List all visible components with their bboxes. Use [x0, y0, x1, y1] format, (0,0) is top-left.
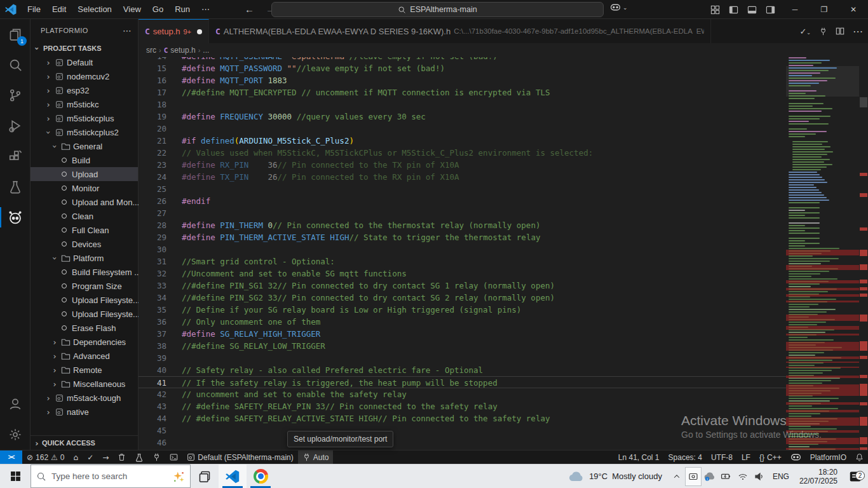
- toggle-sidebar-icon[interactable]: [729, 5, 738, 15]
- remote-indicator[interactable]: ><: [0, 451, 22, 464]
- task-view-button[interactable]: [191, 464, 219, 488]
- tree-item-upload-filesyste-[interactable]: Upload Filesyste...: [31, 307, 138, 321]
- tree-item-full-clean[interactable]: Full Clean: [31, 223, 138, 237]
- chevron-down-icon[interactable]: ›: [50, 141, 60, 151]
- tree-item-build-filesystem-[interactable]: Build Filesystem ...: [31, 265, 138, 279]
- breadcrumb-more[interactable]: ...: [203, 46, 209, 55]
- chevron-right-icon[interactable]: ›: [43, 86, 53, 95]
- search-view-icon[interactable]: [0, 50, 31, 80]
- pio-clean-button[interactable]: [113, 451, 130, 464]
- notification-center[interactable]: 2: [843, 470, 868, 484]
- chevron-right-icon[interactable]: ›: [50, 365, 60, 375]
- clock[interactable]: 18:20 22/07/2025: [794, 468, 843, 485]
- account-icon[interactable]: [0, 389, 31, 419]
- code-line-17[interactable]: 17//#define MQTT_ENCRYPTED // uncomment …: [139, 86, 786, 98]
- tree-item-general[interactable]: ›General: [31, 139, 138, 153]
- menu-file[interactable]: File: [22, 3, 46, 17]
- code-line-15[interactable]: 15#define MQTT_PASSWORD ""//leave empty …: [139, 62, 786, 74]
- plug-icon[interactable]: [819, 27, 827, 36]
- tree-item-monitor[interactable]: Monitor: [31, 181, 138, 195]
- pio-home-button[interactable]: ⌂: [69, 451, 83, 464]
- tree-item-program-size[interactable]: Program Size: [31, 279, 138, 293]
- code-line-33[interactable]: 33//#define PIN_SG1 32// Pin connected t…: [139, 280, 786, 292]
- chevron-right-icon[interactable]: ›: [43, 72, 53, 81]
- more-actions-icon[interactable]: ⋯: [853, 25, 863, 37]
- tab-altherma-h[interactable]: C ALTHERMA(EBLA-EDLA EWAA-EWYA D SERIES …: [209, 19, 711, 43]
- copilot-menu[interactable]: ⌄: [610, 2, 628, 13]
- code-line-32[interactable]: 32//Uncomment and set to enable SG mqtt …: [139, 268, 786, 280]
- breadcrumb[interactable]: src › C setup.h › ...: [139, 43, 868, 57]
- minimize-button[interactable]: ─: [780, 0, 810, 19]
- pio-terminal-button[interactable]: [165, 451, 182, 464]
- code-line-39[interactable]: 39: [139, 352, 786, 364]
- tray-volume[interactable]: [751, 471, 768, 482]
- code-line-18[interactable]: 18: [139, 98, 786, 111]
- breadcrumb-folder[interactable]: src: [146, 46, 156, 55]
- menu-edit[interactable]: Edit: [46, 3, 72, 17]
- customize-layout-icon[interactable]: [710, 5, 720, 15]
- pio-build-button[interactable]: ✓: [83, 451, 98, 464]
- breadcrumb-file[interactable]: setup.h: [170, 46, 195, 55]
- project-tasks-section[interactable]: › PROJECT TASKS: [31, 41, 138, 55]
- chevron-down-icon[interactable]: ›: [44, 127, 53, 137]
- code-line-43[interactable]: 43// #define SAFETY_RELAY_PIN 33// Pin c…: [139, 400, 786, 412]
- menu-run[interactable]: Run: [169, 3, 196, 17]
- chevron-right-icon[interactable]: ›: [50, 337, 60, 347]
- settings-gear-icon[interactable]: [0, 419, 31, 450]
- tree-item-erase-flash[interactable]: Erase Flash: [31, 321, 138, 335]
- tray-meet-now[interactable]: [685, 467, 702, 486]
- chevron-down-icon[interactable]: ›: [50, 253, 60, 263]
- tree-item-upload-filesyste-[interactable]: Upload Filesyste...: [31, 293, 138, 307]
- indentation[interactable]: Spaces: 4: [664, 451, 707, 464]
- overview-ruler[interactable]: [859, 57, 868, 450]
- toggle-panel-icon[interactable]: [747, 5, 757, 15]
- code-line-25[interactable]: 25: [139, 183, 786, 195]
- split-editor-icon[interactable]: [836, 27, 844, 36]
- tree-item-clean[interactable]: Clean: [31, 209, 138, 223]
- tree-item-m5stickcplus2[interactable]: ›m5stickcplus2: [31, 125, 138, 139]
- chevron-right-icon[interactable]: ›: [50, 351, 60, 361]
- code-line-27[interactable]: 27: [139, 207, 786, 219]
- run-debug-icon[interactable]: [0, 111, 31, 141]
- code-line-45[interactable]: 45: [139, 424, 786, 437]
- quick-access-section[interactable]: › QUICK ACCESS: [31, 435, 138, 450]
- pio-port-button[interactable]: Auto: [298, 451, 334, 464]
- code-line-34[interactable]: 34//#define PIN_SG2 33// Pin connected t…: [139, 292, 786, 304]
- language-indicator[interactable]: ENG: [768, 472, 794, 481]
- menu-view[interactable]: View: [118, 3, 147, 17]
- code-line-30[interactable]: 30: [139, 243, 786, 255]
- code-line-44[interactable]: 44// #define SAFETY_RELAY_ACTIVE_STATE H…: [139, 412, 786, 424]
- close-button[interactable]: ✕: [839, 0, 868, 19]
- code-line-29[interactable]: 29#define PIN_THERM_ACTIVE_STATE HIGH// …: [139, 231, 786, 243]
- tree-item-m5stack-tough[interactable]: ›m5stack-tough: [31, 391, 138, 405]
- chevron-right-icon[interactable]: ›: [43, 393, 53, 403]
- tray-chevron-up[interactable]: [668, 472, 685, 481]
- tree-item-default[interactable]: ›Default: [31, 55, 138, 69]
- tree-item-build[interactable]: Build: [31, 153, 138, 167]
- toggle-secondary-sidebar-icon[interactable]: [766, 5, 775, 15]
- tree-item-upload-and-mon-[interactable]: Upload and Mon...: [31, 195, 138, 209]
- code-line-31[interactable]: 31//Smart grid control - Optional:: [139, 255, 786, 268]
- pio-test-button[interactable]: [130, 451, 148, 464]
- tree-item-nodemcuv2[interactable]: ›nodemcuv2: [31, 69, 138, 83]
- chevron-right-icon[interactable]: ›: [43, 100, 53, 109]
- tray-battery[interactable]: [718, 471, 735, 482]
- tree-item-esp32[interactable]: ›esp32: [31, 83, 138, 97]
- tray-wifi[interactable]: [735, 471, 751, 482]
- testing-icon[interactable]: [0, 172, 31, 202]
- menu-selection[interactable]: Selection: [72, 3, 117, 17]
- code-line-26[interactable]: 26#endif: [139, 195, 786, 207]
- code-line-42[interactable]: 42// uncomment and set to enable the saf…: [139, 388, 786, 400]
- extensions-icon[interactable]: [0, 141, 31, 172]
- code-line-24[interactable]: 24#define TX_PIN 26// Pin connected to t…: [139, 171, 786, 183]
- chevron-right-icon[interactable]: ›: [43, 114, 53, 123]
- minimap[interactable]: [786, 57, 859, 450]
- code-line-21[interactable]: 21#if defined(ARDUINO_M5Stick_C_Plus2): [139, 135, 786, 147]
- code-line-14[interactable]: 14#define MQTT_USERNAME "espaltherma"//l…: [139, 57, 786, 62]
- back-button[interactable]: ←: [245, 4, 254, 15]
- tree-item-platform[interactable]: ›Platform: [31, 251, 138, 265]
- eol-sequence[interactable]: LF: [737, 451, 755, 464]
- code-line-28[interactable]: 28#define PIN_THERM 0// Pin connected to…: [139, 219, 786, 231]
- pio-upload-button[interactable]: →: [98, 451, 113, 464]
- tree-item-remote[interactable]: ›Remote: [31, 363, 138, 377]
